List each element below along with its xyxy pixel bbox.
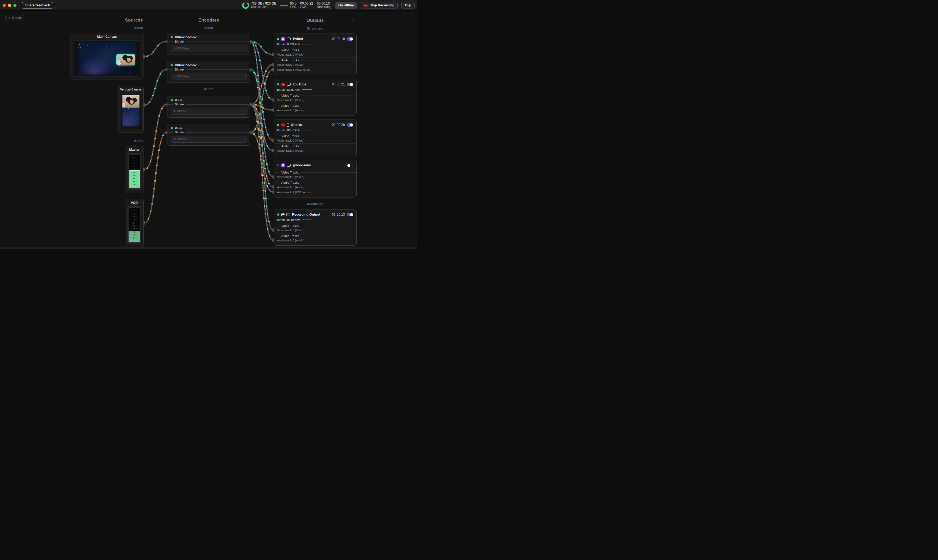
encoder-status-dot bbox=[171, 64, 173, 66]
landscape-orientation-icon bbox=[287, 83, 291, 86]
output-enable-toggle[interactable] bbox=[347, 37, 353, 41]
output-card-shorts[interactable]: Shorts00:00:20Bitrate6157 Kb/sVideo Trac… bbox=[274, 120, 357, 156]
output-name: Shorts bbox=[291, 123, 302, 127]
track-input-port[interactable] bbox=[272, 108, 274, 112]
meter-tick-label: 24 bbox=[129, 168, 140, 170]
output-card-youtube[interactable]: YouTube00:00:21Bitrate8146 Kb/sVideo Tra… bbox=[274, 79, 357, 115]
encoder-card-aac-1[interactable]: AAC Bitrate 160kbps⌄ bbox=[167, 96, 250, 118]
bitrate-legend: Bitrate bbox=[168, 40, 250, 43]
vod-output-port[interactable] bbox=[143, 221, 145, 225]
vertical-canvas-preview bbox=[123, 95, 140, 126]
fps-sparkline-icon bbox=[280, 4, 288, 7]
encoder-output-port[interactable] bbox=[250, 40, 252, 44]
bitrate-value: 8303 Kb/s bbox=[287, 43, 300, 46]
output-timer: 00:00:21 bbox=[332, 83, 345, 86]
bitrate-input[interactable] bbox=[171, 45, 247, 52]
close-icon: ✕ bbox=[8, 16, 11, 20]
clip-button[interactable]: Clip bbox=[401, 2, 415, 9]
encoder-input-port[interactable] bbox=[166, 68, 168, 72]
meter-tick-label: 12 bbox=[129, 215, 140, 218]
main-canvas-webcam bbox=[116, 54, 135, 66]
bottom-scrollbar[interactable] bbox=[0, 247, 417, 249]
main-canvas-output-port[interactable] bbox=[143, 55, 145, 58]
bitrate-select[interactable]: 160kbps⌄ bbox=[171, 136, 247, 143]
output-name: Twitch bbox=[292, 37, 303, 41]
traffic-light-zoom-icon[interactable] bbox=[13, 4, 17, 7]
track-input-port[interactable] bbox=[272, 238, 274, 242]
encoder-card-aac-2[interactable]: AAC Bitrate 160kbps⌄ bbox=[167, 124, 250, 146]
share-feedback-button[interactable]: Share feedback bbox=[22, 2, 53, 9]
track-input-port[interactable] bbox=[272, 185, 274, 189]
encoder-card-videotoolbox-1[interactable]: VideoToolbox Bitrate bbox=[167, 33, 250, 55]
recording-label: Recording bbox=[317, 5, 331, 9]
vod-meter-card[interactable]: VOD 061218243036424854 bbox=[125, 199, 144, 247]
vertical-canvas-output-port[interactable] bbox=[143, 103, 145, 107]
status-dot bbox=[277, 124, 279, 126]
encoder-output-port[interactable] bbox=[250, 131, 252, 134]
encoder-output-port[interactable] bbox=[250, 68, 252, 72]
encoders-audio-header: Audio bbox=[188, 87, 230, 91]
vertical-canvas-card[interactable]: Vertical Canvas bbox=[118, 86, 144, 133]
track-input-port[interactable] bbox=[272, 190, 274, 194]
main-canvas-card[interactable]: Main Canvas bbox=[71, 33, 143, 80]
output-card-header: @howleeno bbox=[277, 162, 353, 168]
add-output-button[interactable]: + bbox=[351, 17, 357, 23]
output-bitrate-row: Bitrate8149 Kb/s bbox=[277, 218, 353, 222]
meter-tick-label: 6 bbox=[129, 212, 140, 215]
close-button[interactable]: ✕Close bbox=[5, 15, 24, 21]
bitrate-legend: Bitrate bbox=[168, 103, 250, 106]
traffic-light-close-icon[interactable] bbox=[3, 4, 6, 7]
track-input-port[interactable] bbox=[272, 68, 274, 72]
output-card-header: YouTube00:00:21 bbox=[277, 81, 353, 88]
disk-space-indicator: 738 GB / 926 GB Disk space bbox=[242, 2, 276, 9]
output-card-recording[interactable]: Recording Output00:00:13Bitrate8149 Kb/s… bbox=[274, 209, 357, 246]
meter-tick-label: 36 bbox=[129, 228, 140, 230]
master-output-port[interactable] bbox=[143, 168, 145, 172]
encoders-video-header: Video bbox=[188, 26, 230, 30]
bitrate-label: Bitrate bbox=[277, 218, 286, 222]
encoder-input-port[interactable] bbox=[166, 131, 168, 134]
bitrate-label: Bitrate bbox=[277, 88, 286, 91]
main-canvas-title: Main Canvas bbox=[71, 35, 143, 38]
track-input-port[interactable] bbox=[272, 149, 274, 152]
outputs-recording-header: Recording bbox=[294, 202, 337, 206]
output-card-howleeno[interactable]: @howleenoVideo TracksVideo track 0 (Vide… bbox=[274, 160, 357, 197]
output-card-header: Shorts00:00:20 bbox=[277, 122, 353, 128]
stop-recording-button[interactable]: Stop Recording bbox=[361, 2, 398, 9]
meter-tick-label: 24 bbox=[129, 222, 140, 224]
track-input-port[interactable] bbox=[272, 228, 274, 232]
divider bbox=[274, 103, 357, 103]
bitrate-value: 8146 Kb/s bbox=[287, 88, 300, 91]
track-input-port[interactable] bbox=[272, 175, 274, 179]
bitrate-legend: Bitrate bbox=[168, 131, 250, 134]
master-meter-title: Master bbox=[125, 148, 143, 151]
encoder-card-videotoolbox-2[interactable]: VideoToolbox Bitrate bbox=[167, 61, 250, 83]
track-input-port[interactable] bbox=[272, 63, 274, 66]
output-enable-toggle[interactable] bbox=[347, 123, 353, 127]
output-bitrate-row: Bitrate8303 Kb/s bbox=[277, 42, 353, 46]
encoder-output-port[interactable] bbox=[250, 103, 252, 106]
toggle-knob bbox=[350, 37, 353, 40]
track-input-port[interactable] bbox=[272, 52, 274, 57]
meter-tick-label: 18 bbox=[129, 165, 140, 168]
meter-tick-label: 6 bbox=[129, 159, 140, 162]
go-offline-button[interactable]: Go offline bbox=[335, 2, 357, 9]
audio-track-row: Audio track 0 (Audio) bbox=[277, 62, 353, 67]
audio-track-row: Audio track 0 (Audio) bbox=[277, 185, 353, 189]
output-enable-toggle[interactable] bbox=[347, 164, 353, 167]
record-icon bbox=[364, 4, 368, 7]
output-enable-toggle[interactable] bbox=[347, 213, 353, 216]
outputs-column-title: Outputs bbox=[289, 18, 342, 23]
traffic-light-minimize-icon[interactable] bbox=[8, 4, 11, 7]
output-card-twitch[interactable]: Twitch00:00:19Bitrate8303 Kb/sVideo Trac… bbox=[274, 34, 357, 75]
bitrate-input[interactable] bbox=[171, 73, 247, 80]
track-input-port[interactable] bbox=[272, 98, 274, 102]
output-enable-toggle[interactable] bbox=[347, 83, 353, 86]
encoder-input-port[interactable] bbox=[166, 103, 168, 106]
encoder-input-port[interactable] bbox=[166, 40, 168, 44]
meter-tick-label: 36 bbox=[129, 174, 140, 177]
bitrate-select[interactable]: 160kbps⌄ bbox=[171, 108, 247, 115]
master-meter-card[interactable]: Master 061218243036424854 bbox=[125, 146, 143, 193]
track-input-port[interactable] bbox=[272, 138, 274, 142]
video-track-row: Video track 0 (Video) bbox=[277, 138, 353, 143]
